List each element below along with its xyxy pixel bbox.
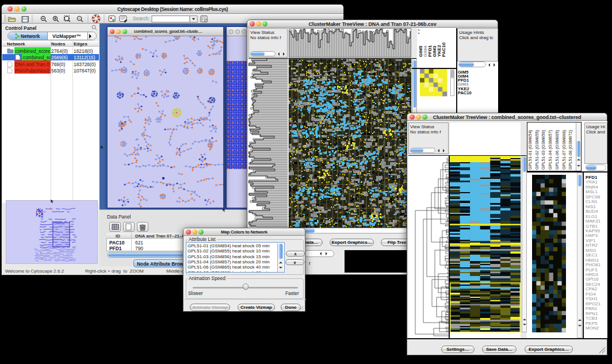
svg-text:GPL51-01 (GSM854): GPL51-01 (GSM854) — [527, 130, 533, 170]
svg-text:GPL51-03 (GSM856): GPL51-03 (GSM856) — [541, 130, 546, 170]
svg-text:Search:: Search: — [133, 16, 150, 21]
svg-text:1:1: 1:1 — [78, 17, 82, 20]
svg-text:GPL51-02 (GSM855): GPL51-02 (GSM855) — [534, 130, 540, 170]
svg-text:GPL51-07 (GSM868): GPL51-07 (GSM868) — [561, 130, 567, 170]
svg-text:GPL51-06 (GSM865): GPL51-06 (GSM865) — [554, 130, 560, 170]
svg-text:GPL51-08 (GSM872): GPL51-08 (GSM872) — [568, 130, 573, 170]
svg-text:PAC10: PAC10 — [441, 42, 446, 57]
svg-text:GPL51-04 (GSM857): GPL51-04 (GSM857) — [548, 130, 553, 170]
